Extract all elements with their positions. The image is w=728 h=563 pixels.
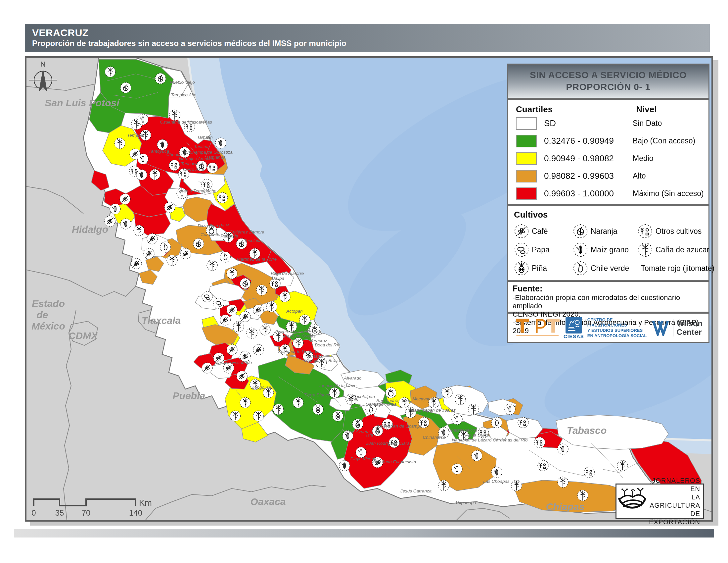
cultivo-label: Otros cultivos [656, 227, 702, 236]
maiz-crop-icon [138, 114, 148, 125]
cafe-crop-icon [240, 311, 250, 322]
footer-gradient-bar [14, 529, 714, 538]
cana-crop-icon [299, 315, 310, 325]
svg-text:0: 0 [31, 508, 36, 517]
maiz-crop-icon [452, 414, 462, 425]
cana-crop-icon [329, 388, 340, 398]
maiz-crop-icon [452, 464, 462, 474]
quartile-range: 0.98082 - 0.99603 [544, 171, 633, 181]
map-canvas: Pueblo ViejoTampico AltoOzuluama de Masc… [25, 56, 713, 522]
legend-title: SIN ACCESO A SERVICIO MÉDICO PROPORCIÓN … [507, 64, 709, 99]
wilson-center-logo: Wilson Center [652, 319, 703, 337]
papa-crop-icon [213, 298, 224, 309]
cultivo-label: Tomate rojo (jitomate) [641, 264, 714, 273]
municipality-label: Tantima [194, 144, 210, 149]
quartile-range: 0.99603 - 1.00000 [544, 188, 633, 199]
cana-crop-icon [169, 110, 180, 120]
cana-crop-icon [273, 404, 284, 415]
legend-cultivos: Cultivos CaféNaranjaOtros cultivosPapaMa… [507, 205, 709, 281]
municipality-label: Agua Dulce [466, 433, 489, 438]
municipality-label: Tecolutla [244, 238, 262, 243]
legend-panel: SIN ACCESO A SERVICIO MÉDICO PROPORCIÓN … [507, 64, 709, 343]
cana-crop-icon [105, 67, 115, 77]
chile-crop-icon [160, 242, 171, 252]
quartile-range: 0.32476 - 0.90949 [544, 136, 633, 146]
cana-crop-icon [558, 477, 568, 488]
municipality-label: Tancoco [181, 161, 198, 166]
wilson-w-icon [652, 320, 669, 336]
municipality-label: Chinameca [423, 435, 446, 440]
cafe-crop-icon [120, 194, 130, 204]
municipality-label: Hueyapan de Ocampo [378, 424, 423, 429]
municipality-label: Coatzintla [201, 232, 221, 237]
municipality-label: Acula [347, 397, 358, 402]
cana-crop-icon [455, 394, 466, 405]
cafe-crop-icon [144, 248, 154, 259]
papa-icon [514, 242, 529, 257]
cana-crop-icon [134, 225, 144, 236]
state-label: Puebla [173, 390, 205, 401]
quartile-level: Medio [633, 154, 654, 163]
cafe-crop-icon [180, 248, 191, 259]
municipality-label: Jesús Carranza [400, 489, 432, 493]
municipality-label: José Azueta [345, 429, 370, 434]
cana-crop-icon [207, 260, 217, 270]
pina-crop-icon [333, 411, 343, 421]
ciesas-logo: CIESAS CENTRO DE INVESTIGACIONESY ESTUDI… [564, 317, 652, 339]
municipality-label: Vega de Alatorre [271, 271, 304, 276]
maiz-grano-icon [573, 242, 588, 257]
municipality-label: Ozuluama de Mascareñas [160, 119, 212, 124]
cultivo-label: Café [532, 227, 548, 236]
cafe-crop-icon [147, 233, 158, 244]
municipality-label: Zongolica [251, 385, 271, 390]
municipality-label: Tempoal [127, 133, 144, 138]
municipality-label: Tamiahua [206, 155, 226, 160]
maiz-crop-icon [505, 404, 515, 415]
maiz-crop-icon [138, 154, 148, 164]
state-label: San Luis Potosí [45, 97, 120, 108]
ciesas-glyph-icon [566, 317, 582, 334]
cultivo-label: Naranja [591, 227, 617, 236]
naranja-icon [573, 223, 588, 239]
maiz-crop-icon [136, 169, 147, 180]
quartile-row: SDSin Dato [516, 115, 708, 132]
municipality-label: Antigua [304, 328, 320, 333]
cultivo-label: Papa [532, 245, 550, 254]
cafe-crop-icon [131, 258, 142, 269]
quartile-rows: SDSin Dato0.32476 - 0.90949Bajo (Con acc… [516, 115, 708, 202]
cana-crop-icon [150, 169, 160, 180]
quartile-row: 0.32476 - 0.90949Bajo (Con acceso) [516, 132, 708, 150]
cana-crop-icon [114, 138, 125, 149]
tomate-crop-icon [386, 388, 396, 398]
ciesas-line: Y ESTUDIOS SUPERIORES [587, 328, 652, 333]
naranja-crop-icon [193, 238, 204, 249]
municipality-label: Tatahuicapan de Juárez [408, 408, 456, 413]
chile-crop-icon [491, 417, 502, 428]
maiz-crop-icon [110, 204, 120, 214]
maiz-crop-icon [120, 218, 131, 229]
municipality-label: Poza Rica de H. [198, 223, 230, 228]
municipality-label: Pueblo Viejo [170, 80, 195, 85]
cana-crop-icon [511, 480, 522, 491]
quartiles-header: Cuartiles [516, 104, 553, 115]
cana-crop-icon [256, 285, 267, 296]
map-title-bar: VERACRUZ Proporción de trabajadores sin … [25, 24, 710, 52]
municipality-label: Santiago Tuxtla [366, 402, 397, 407]
cultivo-item: Maíz grano [573, 240, 638, 259]
maiz-crop-icon [491, 467, 502, 478]
cultivo-item: Tomate rojo (jitomate) [638, 259, 714, 277]
cultivo-item: Piña [514, 259, 573, 277]
municipality-label: Martínez de la Torre [237, 257, 277, 261]
otros-crop-icon [169, 160, 180, 170]
fuente-line: -Elaboración propia con microdatos del c… [513, 294, 708, 310]
cana-crop-icon [293, 338, 303, 349]
municipality-label: Coatzacoalcos [448, 428, 478, 433]
municipality-label: Juan Rodríguez Clara [366, 441, 410, 446]
svg-text:Km: Km [139, 498, 152, 508]
cafe-icon [514, 223, 529, 239]
cultivo-item: Café [514, 222, 573, 240]
cafe-crop-icon [220, 315, 231, 325]
quartile-swatch [516, 187, 537, 200]
cultivos-grid: CaféNaranjaOtros cultivosPapaMaíz granoC… [514, 222, 708, 277]
municipality-label: Tierra Blanca [304, 393, 331, 398]
